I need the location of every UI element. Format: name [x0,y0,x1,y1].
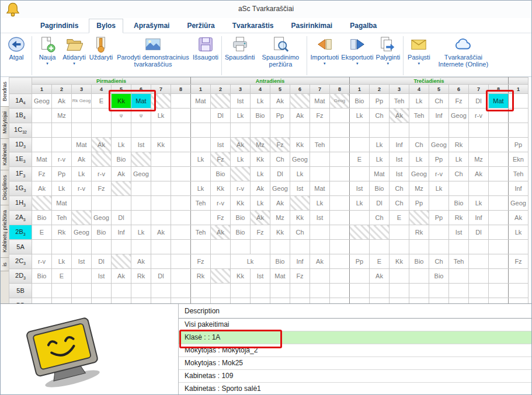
menu-tab-apra-ymai[interactable]: Aprašymai [127,19,176,33]
timetable-cell[interactable]: Lk [251,167,270,181]
class-row-header-1b[interactable]: 1B4 [9,109,32,123]
menu-tab-tvarkara-tis[interactable]: Tvarkaraštis [225,19,281,33]
timetable-cell[interactable]: Mat [310,94,330,109]
timetable-cell[interactable]: E [92,94,112,109]
timetable-cell[interactable] [92,240,112,254]
timetable-cell[interactable] [92,284,112,298]
toolbar-button-spausdinti[interactable]: Spausdinti [224,35,256,61]
timetable-cell[interactable] [409,240,429,254]
timetable-cell[interactable]: Fz [310,109,330,123]
timetable-cell[interactable]: Lk [409,94,429,109]
timetable-cell[interactable] [489,284,509,298]
timetable-cell[interactable]: Geog [330,94,350,109]
timetable-cell[interactable] [32,196,52,211]
timetable-cell[interactable]: Ist [72,254,92,269]
timetable-cell[interactable]: Geog [270,181,290,196]
toolbar-button-importuoti[interactable]: Importuoti▾ [309,35,340,66]
timetable-cell[interactable] [409,269,429,284]
timetable-cell[interactable]: Pp [52,167,72,181]
timetable-cell[interactable]: Mat [131,94,151,109]
timetable-cell[interactable] [72,269,92,284]
timetable-cell[interactable] [52,138,72,152]
timetable-cell[interactable] [509,123,528,138]
timetable-cell[interactable]: Inf [429,109,449,123]
timetable-cell[interactable]: Ak [112,167,131,181]
timetable-cell[interactable] [350,298,370,304]
timetable-cell[interactable]: Bio [251,109,270,123]
class-row-header-2c[interactable]: 2C3 [9,254,32,269]
timetable-cell[interactable] [151,123,171,138]
timetable-cell[interactable] [330,181,350,196]
timetable-cell[interactable] [92,152,112,167]
timetable-cell[interactable]: Mat [52,196,72,211]
timetable-cell[interactable] [330,254,350,269]
timetable-cell[interactable] [151,298,171,304]
timetable-cell[interactable]: Pp [270,109,290,123]
timetable-cell[interactable]: Rk Geog [72,94,92,109]
class-row-header-1f[interactable]: 1F3 [9,167,32,181]
dropdown-arrow-icon[interactable]: ▾ [46,61,48,65]
timetable-cell[interactable]: E [52,269,72,284]
timetable-cell[interactable]: Kk [231,196,251,211]
timetable-cell[interactable]: Mz [409,181,429,196]
timetable-cell[interactable]: Ak [370,269,390,284]
timetable-cell[interactable] [489,240,509,254]
timetable-cell[interactable] [151,94,171,109]
timetable-cell[interactable] [191,123,211,138]
timetable-cell[interactable]: Ch [390,196,409,211]
timetable-cell[interactable]: Lk [52,254,72,269]
timetable-cell[interactable] [429,240,449,254]
timetable-cell[interactable]: Fz [509,254,528,269]
timetable-cell[interactable] [151,167,171,181]
timetable-cell[interactable]: r-v [52,152,72,167]
timetable-cell[interactable]: E [390,211,409,225]
timetable-cell[interactable]: Kk [112,94,131,109]
timetable-cell[interactable] [330,152,350,167]
timetable-cell[interactable]: Ch [429,94,449,109]
timetable-cell[interactable] [429,123,449,138]
timetable-cell[interactable]: Ch [370,211,390,225]
toolbar-button-u-daryti[interactable]: Uždaryti [88,35,114,61]
timetable-cell[interactable] [211,254,231,269]
timetable-cell[interactable]: Mat [370,167,390,181]
timetable-cell[interactable]: Ist [251,269,270,284]
timetable-cell[interactable]: Ekn [509,152,528,167]
timetable-cell[interactable]: E [350,152,370,167]
timetable-cell[interactable] [112,254,131,269]
timetable-cell[interactable]: Ist [290,181,310,196]
timetable-cell[interactable] [330,298,350,304]
sidebar-tab-kabinet-prie-i-ra[interactable]: Kabinetų priežiūra [1,205,9,258]
timetable-cell[interactable] [191,284,211,298]
timetable-cell[interactable] [310,152,330,167]
timetable-cell[interactable] [112,196,131,211]
timetable-cell[interactable] [112,181,131,196]
timetable-cell[interactable] [449,123,469,138]
timetable-cell[interactable] [370,123,390,138]
timetable-cell[interactable]: Rk [131,269,151,284]
timetable-cell[interactable] [270,284,290,298]
timetable-cell[interactable]: Bio [32,269,52,284]
timetable-cell[interactable] [350,138,370,152]
timetable-cell[interactable] [131,240,151,254]
timetable-cell[interactable]: Kk [390,254,409,269]
timetable-cell[interactable]: Ist [211,138,231,152]
timetable-cell[interactable]: Pp [350,254,370,269]
timetable-cell[interactable]: Geog [409,167,429,181]
dropdown-arrow-icon[interactable]: ▾ [387,61,390,65]
menu-tab-bylos[interactable]: Bylos [89,19,123,33]
timetable-cell[interactable]: r-v [92,167,112,181]
dropdown-arrow-icon[interactable]: ▾ [324,61,326,65]
timetable-cell[interactable] [151,181,171,196]
timetable-cell[interactable] [310,298,330,304]
timetable-cell[interactable] [131,284,151,298]
timetable-cell[interactable]: Inf [469,211,489,225]
toolbar-button-palyginti[interactable]: Palyginti▾ [374,35,401,66]
timetable-cell[interactable] [231,167,251,181]
timetable-cell[interactable] [350,225,370,240]
timetable-cell[interactable] [32,298,52,304]
timetable-cell[interactable] [290,284,310,298]
timetable-cell[interactable] [330,225,350,240]
timetable-cell[interactable] [350,167,370,181]
timetable-cell[interactable] [191,109,211,123]
timetable-cell[interactable]: Ak [251,211,270,225]
